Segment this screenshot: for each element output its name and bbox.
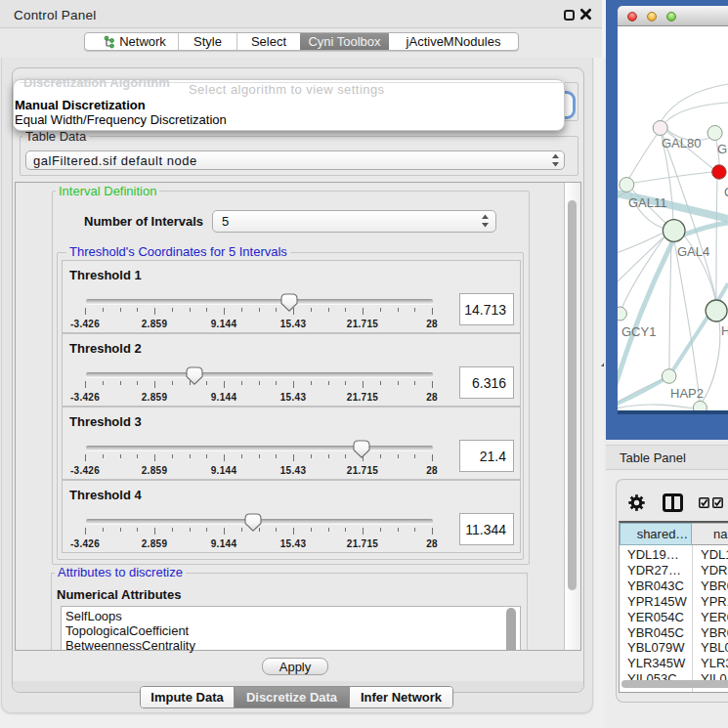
svg-text:GAL4: GAL4: [677, 244, 709, 259]
svg-text:G.: G.: [717, 142, 728, 156]
svg-text:GAL80: GAL80: [662, 136, 701, 150]
svg-text:GCY1: GCY1: [621, 324, 656, 339]
svg-text:C: C: [724, 185, 728, 199]
svg-text:GAL11: GAL11: [628, 195, 667, 210]
svg-text:H: H: [721, 323, 728, 338]
svg-text:HAP2: HAP2: [670, 386, 704, 401]
